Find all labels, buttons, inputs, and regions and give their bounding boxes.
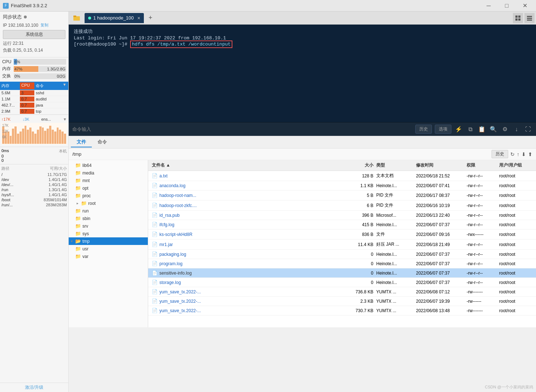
search-icon[interactable]: 🔍: [489, 126, 498, 133]
file-row[interactable]: 📄packaging.log 0 Heinote.l... 2022/06/07…: [148, 250, 536, 259]
refresh-icon[interactable]: ↻: [510, 150, 515, 158]
list-view-button[interactable]: [524, 13, 535, 23]
col-type[interactable]: 类型: [375, 161, 415, 169]
process-table-header: 内存 CPU 命令 ▼: [0, 82, 68, 90]
up-dir-icon[interactable]: ↑: [517, 150, 519, 158]
file-type: 好压 JAR ...: [375, 241, 415, 248]
disk-path: /run/...: [1, 203, 13, 207]
download-file-icon[interactable]: ⬇: [522, 150, 526, 158]
chart-bar: [12, 129, 14, 144]
terminal[interactable]: 连接成功 Last login: Fri Jun 17 19:22:37 202…: [69, 25, 536, 122]
file-perm: -rw-r--r--: [465, 251, 498, 258]
col-filename[interactable]: 文件名 ▲: [150, 161, 342, 169]
chart-bar: [47, 129, 49, 144]
file-row[interactable]: 📄hadoop-root-zkfc.... 6 B PID 文件 2022/06…: [148, 201, 536, 211]
disk-col-path: 路径: [1, 166, 9, 171]
disk-col-size: 可用/大小: [50, 166, 67, 171]
tree-expand-icon[interactable]: ▾: [71, 239, 75, 243]
tree-item-mnt[interactable]: 📁mnt: [69, 177, 148, 184]
terminal-line-1: 连接成功: [74, 28, 531, 35]
tab-close-button[interactable]: ×: [137, 15, 140, 21]
gear-icon[interactable]: ⚙: [501, 126, 509, 133]
net-expand-icon[interactable]: ▼: [63, 117, 67, 121]
col-mem-header[interactable]: 内存: [0, 82, 20, 89]
file-row[interactable]: 📄hadoop-root-nam... 5 B PID 文件 2022/06/1…: [148, 190, 536, 201]
tab-commands[interactable]: 命令: [92, 137, 113, 147]
tree-item-srv[interactable]: 📁srv: [69, 222, 148, 230]
tree-item-opt[interactable]: 📁opt: [69, 184, 148, 192]
process-row[interactable]: 1.1M0.7auditd: [0, 96, 68, 102]
tree-item-lib64[interactable]: 📁lib64: [69, 161, 148, 169]
app-icon: F: [3, 3, 9, 9]
tab-bar-right: [513, 13, 535, 23]
download-icon[interactable]: ↓: [512, 126, 521, 133]
file-history-button[interactable]: 历史: [492, 150, 508, 158]
file-row[interactable]: 📄mr1.jar 11.4 KB 好压 JAR ... 2022/06/18 2…: [148, 240, 536, 250]
ip-address: IP 192.168.10.100: [3, 23, 38, 28]
file-icon: 📄: [152, 270, 158, 276]
swap-size: 0/2G: [57, 73, 65, 79]
tree-item-run[interactable]: 📁run: [69, 207, 148, 215]
lightning-icon[interactable]: ⚡: [454, 126, 463, 133]
sys-info-button[interactable]: 系统信息: [3, 30, 65, 39]
close-button[interactable]: ✕: [516, 0, 533, 12]
file-icon: 📄: [152, 173, 158, 178]
tree-item-sys[interactable]: 📁sys: [69, 230, 148, 237]
col-size[interactable]: 大小: [342, 161, 375, 169]
file-row[interactable]: 📄ks-script-vkHd8R 836 B 文件 2022/06/07 09…: [148, 229, 536, 240]
folder-icon[interactable]: [70, 13, 83, 23]
ip-row: IP 192.168.10.100 复制: [3, 22, 65, 28]
file-row[interactable]: 📄sensitive-info.log 0 Heinote.l... 2022/…: [148, 268, 536, 278]
file-row[interactable]: 📄program.log 0 Heinote.l... 2022/06/07 0…: [148, 259, 536, 268]
file-row[interactable]: 📄id_rsa.pub 396 B Microsof... 2022/06/13…: [148, 211, 536, 220]
tree-item-proc[interactable]: 📁proc: [69, 192, 148, 199]
file-size: 0: [342, 270, 375, 276]
process-row[interactable]: 5.6M3sshd: [0, 90, 68, 96]
fullscreen-icon[interactable]: ⛶: [524, 126, 532, 133]
history-button[interactable]: 历史: [415, 125, 432, 134]
tab-files[interactable]: 文件: [71, 137, 92, 147]
proc-mem: 462.7...: [0, 103, 20, 108]
file-type: 文件: [375, 231, 415, 238]
swap-label: 交换: [2, 73, 12, 79]
tree-item-usr[interactable]: 📁usr: [69, 245, 148, 253]
col-perm[interactable]: 权限: [465, 161, 498, 169]
disk-size: 11.7G/17G: [47, 172, 67, 177]
file-row[interactable]: 📄storage.log 0 Heinote.l... 2022/06/07 0…: [148, 278, 536, 287]
chart-bar: [59, 130, 61, 144]
tree-item-root[interactable]: ▸📁root: [69, 199, 148, 207]
col-mtime[interactable]: 修改时间: [415, 161, 465, 169]
file-row[interactable]: 📄yum_save_tx.2022-... 736.8 KB YUMTX ...…: [148, 287, 536, 297]
col-user[interactable]: 用户/用户组: [498, 161, 534, 169]
process-row[interactable]: 2.9M0.7top: [0, 108, 68, 115]
options-button[interactable]: 选项: [435, 125, 451, 134]
cmd-placeholder[interactable]: 命令输入: [72, 126, 415, 133]
file-name: 📄ks-script-vkHd8R: [150, 231, 342, 238]
file-row[interactable]: 📄ifcfg.log 415 B Heinote.l... 2022/06/07…: [148, 220, 536, 229]
copy-ip-button[interactable]: 复制: [40, 22, 48, 28]
maximize-button[interactable]: □: [498, 0, 515, 12]
disk-size: 1.4G/1.4G: [48, 193, 67, 197]
upload-file-icon[interactable]: ⬆: [528, 150, 532, 158]
file-row[interactable]: 📄yum_save_tx.2022-... 2.3 KB YUMTX ... 2…: [148, 297, 536, 306]
tree-item-sbin[interactable]: 📁sbin: [69, 215, 148, 222]
minimize-button[interactable]: ─: [480, 0, 497, 12]
tree-item-media[interactable]: 📁media: [69, 169, 148, 177]
upgrade-button[interactable]: 激活/升级: [0, 383, 68, 392]
process-menu-icon[interactable]: ▼: [63, 82, 68, 89]
grid-view-button[interactable]: [513, 13, 523, 23]
tab-hadoopnode[interactable]: 1 hadoopnode_100 ×: [85, 13, 144, 23]
tree-item-var[interactable]: 📁var: [69, 253, 148, 260]
tree-item-tmp[interactable]: ▾📂tmp: [69, 237, 148, 245]
file-row[interactable]: 📄yum_save_tx.2022-... 730.7 KB YUMTX ...…: [148, 306, 536, 315]
paste-icon[interactable]: 📋: [477, 126, 486, 133]
run-time: 运行 22:31: [3, 40, 65, 47]
file-row[interactable]: 📄a.txt 128 B 文本文档 2022/06/18 21:52 -rw-r…: [148, 171, 536, 181]
col-cpu-header[interactable]: CPU: [20, 82, 34, 89]
process-row[interactable]: 462.7...0.7java: [0, 102, 68, 108]
tree-expand-icon[interactable]: ▸: [77, 201, 81, 205]
file-row[interactable]: 📄anaconda.log 1.1 KB Heinote.l... 2022/0…: [148, 181, 536, 190]
add-tab-button[interactable]: +: [145, 13, 155, 23]
copy-icon[interactable]: ⧉: [466, 126, 475, 133]
status-dot: [24, 16, 27, 18]
